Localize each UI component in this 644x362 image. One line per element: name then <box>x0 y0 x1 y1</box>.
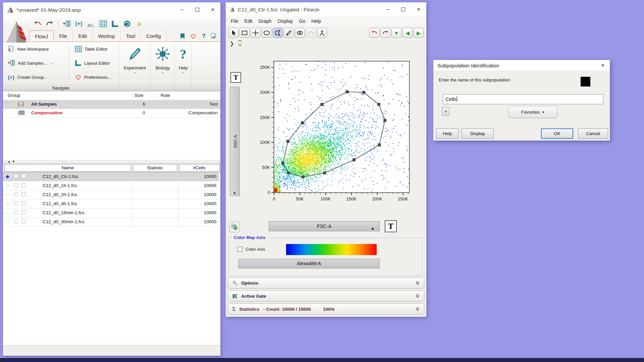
create-group-button[interactable]: {+} Create Group... <box>5 71 47 83</box>
group-row[interactable]: {} All Samples 6 Test <box>3 100 220 109</box>
sample-row[interactable]: ◇ C12_d0_1h-1.fcs 10000 <box>3 181 219 190</box>
create-group-icon[interactable]: {+} <box>74 19 84 29</box>
selection-diamond-icon[interactable]: ◇ <box>6 192 9 197</box>
menu-edit[interactable]: Edit <box>241 18 256 24</box>
checkbox-icon[interactable] <box>21 174 26 178</box>
new-document-icon[interactable] <box>211 33 216 39</box>
sample-row[interactable]: ◆ C12_d0_Ctr-1.fcs 10000 <box>3 172 219 181</box>
new-workspace-button[interactable]: New Workspace <box>5 43 49 55</box>
density-scatter-plot[interactable] <box>274 61 409 192</box>
experiment-button[interactable]: Experiment ⌄ <box>120 43 150 84</box>
help-icon[interactable]: ? <box>202 33 206 40</box>
group-row[interactable]: {} Compensation 0 Compensation <box>3 109 220 118</box>
samples-icon[interactable] <box>86 19 96 29</box>
close-icon[interactable]: ✕ <box>205 2 220 17</box>
polygon-gate-tool[interactable] <box>273 28 283 38</box>
checkbox-icon[interactable] <box>21 201 26 205</box>
selection-diamond-icon[interactable]: ◇ <box>6 183 9 188</box>
checkbox-icon[interactable] <box>21 183 26 187</box>
radio-icon[interactable] <box>14 174 18 178</box>
sample-row[interactable]: ◇ C12_d0_4h-1.fcs 10000 <box>3 199 219 208</box>
selection-diamond-icon[interactable]: ◇ <box>6 210 9 215</box>
selection-diamond-icon[interactable]: ◆ <box>6 174 9 179</box>
undo-button[interactable] <box>369 28 379 38</box>
undo-icon[interactable] <box>33 19 43 29</box>
sort-up-icon[interactable]: ▲ <box>8 160 11 163</box>
dialog-titlebar[interactable]: Subpopulation Identification ✕ <box>433 60 610 71</box>
down-button[interactable]: ▼ <box>391 28 401 38</box>
checkbox-icon[interactable] <box>21 192 26 196</box>
menu-help[interactable]: Help <box>308 18 324 24</box>
spider-gate-tool[interactable] <box>317 28 327 38</box>
preferences-button[interactable]: Preferences... <box>72 71 111 83</box>
tab-flowj[interactable]: FlowJ <box>29 31 54 42</box>
pencil-gate-tool[interactable] <box>284 28 294 38</box>
tab-edit[interactable]: Edit <box>73 31 93 42</box>
batch-icon[interactable]: » <box>134 19 144 29</box>
column-size[interactable]: Size <box>135 93 143 98</box>
redo-icon[interactable] <box>45 19 55 29</box>
help-big-button[interactable]: ? Help ⌄ <box>175 43 191 84</box>
biology-button[interactable]: Biology ⌄ <box>151 43 174 84</box>
ellipse-gate-tool[interactable] <box>262 28 272 38</box>
statistics-panel[interactable]: Σ Statistics - Count: 10000 / 10000 100% <box>228 303 424 315</box>
workspace-titlebar[interactable]: *unsaved* 01-May-2019.wsp ✕ <box>3 2 220 17</box>
flowjo-logo-large[interactable] <box>5 20 28 44</box>
refresh-icon[interactable] <box>122 19 132 29</box>
expand-chevron-icon[interactable]: ❯ <box>230 41 234 47</box>
subpopulation-name-input[interactable]: Cells <box>443 94 603 104</box>
layout-editor-button[interactable]: Layout Editor <box>72 57 110 69</box>
ok-button[interactable]: OK <box>541 128 573 139</box>
tab-file[interactable]: File <box>54 31 73 42</box>
quadrant-gate-tool[interactable] <box>251 28 261 38</box>
x-axis-text-button[interactable]: T <box>385 220 397 232</box>
cancel-button[interactable]: Cancel <box>578 128 608 139</box>
favorites-dropdown[interactable]: Favorites ▼ <box>508 106 558 118</box>
column-group[interactable]: Group <box>8 93 20 98</box>
active-gate-panel[interactable]: Active Gate <box>228 290 424 302</box>
minimize-icon[interactable] <box>380 2 395 16</box>
redo-button[interactable] <box>380 28 390 38</box>
radio-icon[interactable] <box>14 201 18 205</box>
table-editor-button[interactable]: Table Editor <box>72 43 108 55</box>
x-axis-parameter-dropdown[interactable]: FSC-A ▼ <box>269 221 380 231</box>
rectangle-gate-tool[interactable] <box>239 28 250 38</box>
sample-row[interactable]: ◇ C12_d0_15min-1.fcs 10000 <box>3 208 219 218</box>
back-button[interactable]: ◀ <box>402 28 413 38</box>
y-axis-parameter-button[interactable]: SSC-A ▼ <box>230 87 240 196</box>
y-axis-text-button[interactable]: T <box>230 72 241 83</box>
bookmark-icon[interactable] <box>180 33 185 39</box>
column-cells[interactable]: #Cells <box>179 164 220 172</box>
add-samples-icon[interactable] <box>62 19 72 29</box>
color-swatch[interactable] <box>581 77 590 86</box>
layout-editor-icon[interactable] <box>110 19 120 29</box>
graph-titlebar[interactable]: C12_d0_Ctr-1.fcs: Ungated - FlowJo ✕ <box>226 2 426 17</box>
magnetic-gate-tool[interactable] <box>295 28 305 38</box>
sample-row[interactable]: ◇ C12_d0_2h-1.fcs 10000 <box>3 190 219 199</box>
add-favorite-button[interactable]: + <box>442 107 449 116</box>
maximize-icon[interactable] <box>395 2 411 16</box>
table-editor-icon[interactable] <box>98 19 108 29</box>
close-icon[interactable]: ✕ <box>596 60 610 71</box>
close-icon[interactable]: ✕ <box>411 2 426 16</box>
select-gate-tool[interactable] <box>228 28 238 38</box>
sample-row[interactable]: ◇ C12_d0_30min-1.fcs 10000 <box>3 217 219 227</box>
menu-graph[interactable]: Graph <box>256 18 275 24</box>
transform-icon[interactable] <box>229 222 240 232</box>
add-samples-button[interactable]: Add Samples... ⌄ <box>5 57 53 69</box>
radio-icon[interactable] <box>14 219 18 224</box>
menu-display[interactable]: Display <box>275 18 296 24</box>
menu-file[interactable]: File <box>228 18 241 24</box>
color-axis-checkbox[interactable] <box>237 247 243 252</box>
checkbox-icon[interactable] <box>21 210 26 215</box>
tab-worksp[interactable]: Worksp <box>93 31 121 42</box>
heart-icon[interactable] <box>190 33 197 39</box>
options-panel[interactable]: Options <box>228 277 424 289</box>
sample-tube-icon[interactable] <box>238 40 242 47</box>
sort-down-icon[interactable]: ▼ <box>12 160 15 163</box>
radio-icon[interactable] <box>14 210 18 215</box>
column-role[interactable]: Role <box>161 93 170 98</box>
minimize-icon[interactable] <box>174 2 190 17</box>
menu-go[interactable]: Go <box>296 18 309 24</box>
maximize-icon[interactable] <box>190 2 205 17</box>
